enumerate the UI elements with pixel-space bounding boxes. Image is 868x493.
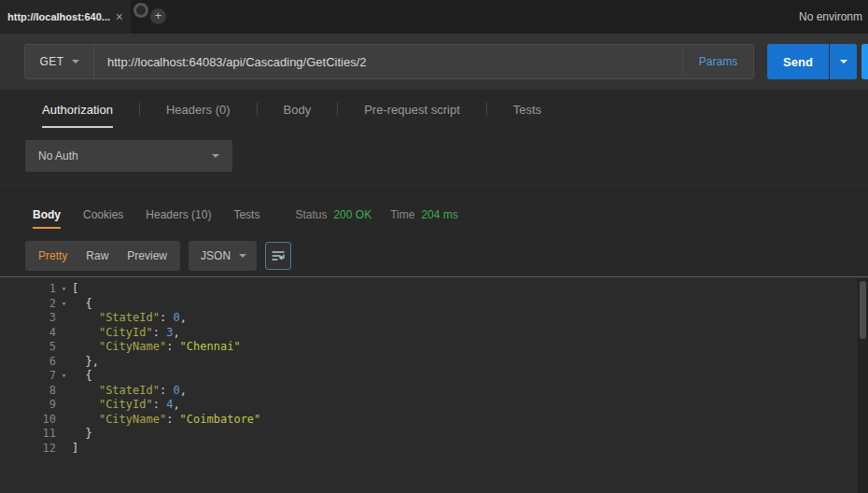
wrap-lines-icon	[272, 250, 285, 261]
fold-spacer	[56, 413, 72, 428]
request-tab-body[interactable]: Body	[284, 103, 312, 117]
request-tab-pre-request-script[interactable]: Pre-request script	[364, 103, 460, 117]
send-label: Send	[783, 55, 813, 69]
code-line: 5 "CityName": "Chennai"	[0, 340, 868, 355]
code-line: 6 },	[0, 355, 868, 370]
new-tab-button[interactable]: +	[150, 8, 166, 24]
fold-spacer	[56, 355, 72, 370]
time-label: Time	[390, 208, 414, 221]
request-tab-headers-0[interactable]: Headers (0)	[166, 103, 231, 117]
format-select[interactable]: JSON	[189, 241, 257, 271]
request-url-tab[interactable]: http://localhost:640... ×	[0, 0, 131, 34]
save-button-partial[interactable]	[861, 44, 868, 79]
fold-spacer	[56, 340, 72, 355]
code-text: ]	[72, 442, 78, 457]
code-text: "CityId": 4,	[72, 398, 180, 413]
line-number: 12	[0, 442, 56, 457]
tab-separator	[486, 103, 487, 116]
tab-separator	[337, 103, 338, 116]
line-number: 5	[0, 340, 56, 355]
fold-spacer	[56, 427, 72, 442]
chevron-down-icon	[72, 60, 79, 63]
request-builder: GET http://localhost:64083/api/Cascading…	[0, 34, 868, 90]
chevron-down-icon	[239, 254, 246, 258]
wrap-lines-button[interactable]	[265, 242, 291, 270]
code-line: 4 "CityId": 3,	[0, 326, 868, 341]
code-lines: 1▾[2▾ {3 "StateId": 0,4 "CityId": 3,5 "C…	[0, 277, 868, 456]
response-tab-cookies[interactable]: Cookies	[83, 208, 123, 221]
close-tab-icon[interactable]: ×	[116, 9, 123, 24]
status-cluster: Status 200 OK Time 204 ms	[295, 208, 476, 221]
fold-spacer	[56, 398, 72, 413]
code-text: "CityId": 3,	[72, 326, 180, 341]
view-mode-preview[interactable]: Preview	[118, 249, 176, 262]
code-text: "CityName": "Chennai"	[72, 340, 241, 355]
tab-title: http://localhost:640...	[7, 11, 110, 22]
code-line: 1▾[	[0, 282, 868, 297]
view-mode-raw[interactable]: Raw	[77, 249, 118, 262]
code-line: 3 "StateId": 0,	[0, 311, 868, 326]
scrollbar-thumb[interactable]	[860, 281, 866, 339]
code-line: 12]	[0, 442, 868, 457]
send-button[interactable]: Send	[767, 44, 829, 79]
fold-arrow-icon[interactable]: ▾	[56, 282, 72, 297]
response-meta-row: BodyCookiesHeaders (10)Tests Status 200 …	[33, 204, 859, 226]
line-number: 9	[0, 398, 56, 413]
line-number: 2	[0, 297, 56, 312]
code-line: 10 "CityName": "Coimbatore"	[0, 413, 868, 428]
line-number: 8	[0, 384, 56, 399]
line-number: 1	[0, 282, 56, 297]
scrollbar[interactable]	[858, 278, 868, 493]
response-tab-body[interactable]: Body	[33, 208, 61, 221]
response-body-viewer: 1▾[2▾ {3 "StateId": 0,4 "CityId": 3,5 "C…	[0, 276, 868, 493]
environment-selector[interactable]: No environm	[799, 0, 868, 34]
fold-spacer	[56, 442, 72, 457]
url-input[interactable]: http://localhost:64083/api/Cascading/Get…	[94, 55, 682, 69]
fold-arrow-icon[interactable]: ▾	[56, 297, 72, 312]
request-tab-tests[interactable]: Tests	[513, 103, 541, 117]
fold-spacer	[56, 384, 72, 399]
response-view-row: PrettyRawPreview JSON	[25, 241, 291, 271]
tab-separator	[257, 103, 258, 116]
line-number: 4	[0, 326, 56, 341]
code-text: "StateId": 0,	[72, 384, 187, 399]
method-select[interactable]: GET	[25, 45, 94, 78]
response-tab-tests[interactable]: Tests	[233, 208, 259, 221]
tab-bar: http://localhost:640... × + No environm	[0, 0, 868, 34]
response-tab-headers-10[interactable]: Headers (10)	[146, 208, 211, 221]
request-tabs: AuthorizationHeaders (0)BodyPre-request …	[42, 90, 541, 129]
auth-type-select[interactable]: No Auth	[25, 140, 232, 172]
chevron-down-icon	[212, 154, 219, 158]
code-line: 9 "CityId": 4,	[0, 398, 868, 413]
time-value: 204 ms	[421, 208, 457, 221]
code-line: 8 "StateId": 0,	[0, 384, 868, 399]
url-bar: GET http://localhost:64083/api/Cascading…	[24, 44, 754, 79]
code-text: "StateId": 0,	[72, 311, 187, 326]
request-tab-authorization[interactable]: Authorization	[42, 103, 113, 117]
fold-spacer	[56, 311, 72, 326]
code-text: {	[72, 369, 92, 384]
view-mode-pretty[interactable]: Pretty	[29, 249, 77, 262]
view-mode-group: PrettyRawPreview	[25, 241, 180, 271]
code-text: },	[72, 355, 99, 370]
line-number: 7	[0, 369, 56, 384]
code-line: 11 }	[0, 427, 868, 442]
format-value: JSON	[201, 249, 231, 262]
line-number: 6	[0, 355, 56, 370]
chevron-down-icon	[840, 60, 847, 63]
sync-status-icon[interactable]	[133, 3, 148, 18]
params-button[interactable]: Params	[682, 45, 753, 78]
code-text: }	[72, 427, 92, 442]
method-label: GET	[39, 55, 63, 68]
status-label: Status	[295, 208, 327, 221]
code-text: [	[72, 282, 78, 297]
send-options-button[interactable]	[830, 44, 857, 79]
code-line: 7▾ {	[0, 369, 868, 384]
code-text: {	[72, 297, 92, 312]
line-number: 3	[0, 311, 56, 326]
auth-type-value: No Auth	[38, 149, 78, 162]
fold-arrow-icon[interactable]: ▾	[56, 369, 72, 384]
line-number: 10	[0, 413, 56, 428]
line-number: 11	[0, 427, 56, 442]
code-text: "CityName": "Coimbatore"	[72, 413, 260, 428]
